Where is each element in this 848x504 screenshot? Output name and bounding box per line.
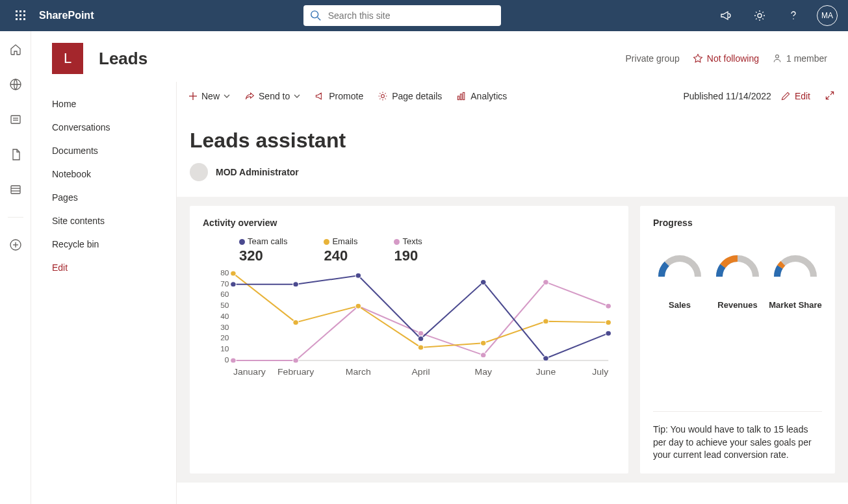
nav-item-home[interactable]: Home [31,92,176,116]
settings-icon[interactable] [744,0,775,31]
nav-item-site-contents[interactable]: Site contents [31,209,176,233]
site-logo[interactable]: L [52,43,83,74]
add-icon[interactable] [5,234,26,255]
list-icon[interactable] [5,179,26,200]
svg-point-54 [231,271,237,276]
published-date: Published 11/14/2022 [683,91,771,101]
svg-rect-7 [19,18,21,20]
nav-item-recycle-bin[interactable]: Recycle bin [31,233,176,256]
svg-point-56 [355,303,361,309]
svg-point-65 [480,279,486,284]
follow-toggle[interactable]: Not following [693,53,759,64]
user-avatar[interactable]: MA [812,0,843,31]
progress-card: Progress SalesRevenuesMarket Share Tip: … [640,206,835,473]
file-icon[interactable] [5,144,26,165]
page-details-button[interactable]: Page details [375,88,444,104]
site-nav: HomeConversationsDocumentsNotebookPagesS… [31,82,177,504]
svg-rect-1 [19,10,21,12]
card-title: Progress [653,218,822,228]
globe-icon[interactable] [5,74,26,95]
suite-header: SharePoint MA [0,0,848,31]
gauge-sales: Sales [653,254,706,311]
svg-rect-29 [463,92,465,99]
legend-item: Texts190 [394,236,422,264]
avatar-icon [190,163,208,181]
members-link[interactable]: 1 member [772,53,827,64]
svg-point-66 [543,356,549,361]
svg-rect-17 [11,186,20,194]
svg-point-58 [480,340,486,346]
site-title[interactable]: Leads [99,49,148,69]
svg-rect-27 [458,96,459,100]
svg-text:10: 10 [220,346,229,353]
svg-rect-28 [461,94,462,100]
nav-item-notebook[interactable]: Notebook [31,162,176,186]
new-button[interactable]: New [186,88,233,104]
home-icon[interactable] [5,39,26,60]
nav-item-conversations[interactable]: Conversations [31,116,176,139]
nav-item-documents[interactable]: Documents [31,139,176,162]
activity-card: Activity overview Team calls320Emails240… [190,206,628,473]
nav-edit[interactable]: Edit [31,256,176,279]
nav-item-pages[interactable]: Pages [31,186,176,209]
megaphone-icon [315,91,325,101]
svg-rect-4 [19,14,21,16]
person-icon [772,53,782,64]
svg-point-11 [758,14,762,18]
svg-text:0: 0 [225,356,229,364]
svg-text:40: 40 [220,312,229,320]
svg-point-60 [606,320,611,325]
share-icon [244,91,255,101]
megaphone-icon[interactable] [710,0,741,31]
svg-point-48 [293,358,299,363]
svg-text:70: 70 [220,280,229,288]
svg-point-61 [231,282,237,287]
svg-text:20: 20 [220,334,229,342]
send-to-button[interactable]: Send to [242,88,303,104]
analytics-button[interactable]: Analytics [454,88,509,104]
svg-text:June: June [536,367,556,376]
help-icon[interactable] [778,0,809,31]
svg-text:February: February [277,367,314,376]
svg-text:January: January [233,367,266,376]
edit-button[interactable]: Edit [780,91,810,101]
gauge-market-share: Market Share [769,254,822,311]
svg-point-67 [606,331,611,336]
star-icon [693,53,703,64]
search-input[interactable] [328,10,495,21]
app-launcher-icon[interactable] [5,0,36,31]
promote-button[interactable]: Promote [312,88,366,104]
privacy-label: Private group [626,53,680,64]
plus-icon [188,92,198,101]
svg-point-26 [381,95,385,98]
svg-point-50 [418,331,424,336]
news-icon[interactable] [5,109,26,130]
svg-text:March: March [346,367,371,376]
svg-point-23 [776,55,779,58]
chevron-down-icon [294,93,300,99]
brand-label[interactable]: SharePoint [39,10,94,21]
search-box[interactable] [303,5,501,26]
svg-text:July: July [592,367,608,376]
svg-rect-2 [23,10,25,12]
svg-point-53 [606,303,611,309]
page-title: Leads assistant [177,110,848,159]
svg-text:50: 50 [220,302,229,310]
svg-rect-8 [23,18,25,20]
pencil-icon [780,91,791,101]
svg-point-52 [543,279,549,284]
legend-item: Team calls320 [239,236,287,264]
svg-text:30: 30 [220,323,229,331]
page-author: MOD Administrator [177,159,848,197]
svg-point-9 [311,11,318,18]
svg-text:May: May [475,367,493,376]
svg-text:April: April [412,367,430,376]
gear-icon [378,91,388,101]
fullscreen-icon[interactable] [825,90,835,103]
svg-point-47 [231,358,237,363]
svg-text:60: 60 [220,291,229,299]
svg-text:80: 80 [220,269,229,277]
svg-point-64 [418,336,424,342]
svg-point-57 [418,345,424,350]
app-rail [0,31,31,504]
